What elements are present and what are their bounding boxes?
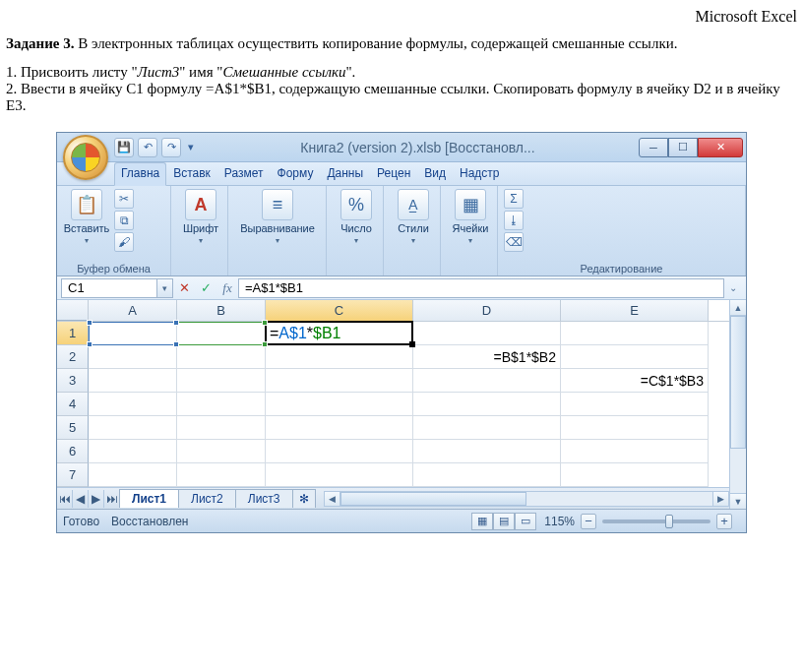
zoom-value[interactable]: 115% <box>544 515 575 528</box>
tab-addins[interactable]: Надстр <box>453 162 507 185</box>
number-button[interactable]: % Число ▾ <box>333 189 380 245</box>
group-font: A Шрифт ▾ <box>171 186 228 275</box>
scroll-left-icon[interactable]: ◀ <box>325 492 340 506</box>
redo-icon[interactable]: ↷ <box>161 138 181 157</box>
tab-layout[interactable]: Размет <box>217 162 271 185</box>
fx-icon[interactable]: fx <box>216 278 238 298</box>
scroll-thumb[interactable] <box>340 492 526 506</box>
cell-c3[interactable] <box>266 369 413 393</box>
vertical-scrollbar[interactable]: ▲ ▼ <box>729 300 746 509</box>
name-box[interactable]: C1 <box>61 278 157 298</box>
tab-home[interactable]: Главна <box>114 162 166 186</box>
scroll-down-icon[interactable]: ▼ <box>730 493 746 509</box>
tab-insert[interactable]: Вставк <box>166 162 217 185</box>
tab-formulas[interactable]: Форму <box>271 162 321 185</box>
zoom-in-button[interactable]: + <box>716 514 732 529</box>
formula-bar-row: C1 ▾ ✕ ✓ fx =A$1*$B1 ⌄ <box>57 276 746 300</box>
cell-e3[interactable]: =C$1*$B3 <box>561 369 709 393</box>
zoom-thumb[interactable] <box>665 515 673 528</box>
column-headers: A B C D E <box>57 300 729 322</box>
office-button[interactable] <box>63 135 108 180</box>
fill-icon[interactable]: ⭳ <box>504 211 524 230</box>
scroll-track[interactable] <box>340 492 712 506</box>
scroll-up-icon[interactable]: ▲ <box>730 300 746 316</box>
cell-c1[interactable]: =A$1*$B1 <box>266 322 413 345</box>
sheet-tab-3[interactable]: Лист3 <box>235 489 293 508</box>
row-header-3[interactable]: 3 <box>57 369 89 393</box>
zoom-slider[interactable] <box>602 519 710 523</box>
cell-e1[interactable] <box>561 322 709 345</box>
vscroll-thumb[interactable] <box>730 316 746 449</box>
undo-icon[interactable]: ↶ <box>138 138 157 157</box>
group-editing: Σ ⭳ ⌫ Редактирование <box>498 186 746 275</box>
formula-input[interactable]: =A$1*$B1 <box>238 278 724 298</box>
view-page-layout-icon[interactable]: ▤ <box>493 513 515 530</box>
row-header-4[interactable]: 4 <box>57 393 89 416</box>
zoom-out-button[interactable]: − <box>581 514 596 529</box>
maximize-button[interactable]: ☐ <box>668 138 698 157</box>
col-header-c[interactable]: C <box>266 300 413 321</box>
enter-formula-icon[interactable]: ✓ <box>195 278 216 298</box>
minimize-button[interactable]: ─ <box>639 138 668 157</box>
autosum-icon[interactable]: Σ <box>504 189 524 209</box>
cell-d3[interactable] <box>413 369 561 393</box>
alignment-button[interactable]: ≡ Выравнивание ▾ <box>234 189 321 245</box>
font-button[interactable]: A Шрифт ▾ <box>177 189 224 245</box>
fill-handle[interactable] <box>409 341 415 347</box>
cell-b3[interactable] <box>177 369 266 393</box>
styles-button[interactable]: A̲ Стили ▾ <box>390 189 437 245</box>
sheet-area: A B C D E <box>57 300 746 509</box>
paste-icon: 📋 <box>71 189 102 220</box>
col-header-b[interactable]: B <box>177 300 266 321</box>
cell-e2[interactable] <box>561 345 709 369</box>
cell-d2[interactable]: =B$1*$B2 <box>413 345 561 369</box>
cell-a3[interactable] <box>89 369 177 393</box>
col-header-a[interactable]: A <box>89 300 177 321</box>
view-page-break-icon[interactable]: ▭ <box>515 513 536 530</box>
formula-expand-icon[interactable]: ⌄ <box>724 282 742 293</box>
tab-nav-next-icon[interactable]: ▶ <box>89 490 104 508</box>
row-header-6[interactable]: 6 <box>57 440 89 463</box>
close-button[interactable]: ✕ <box>698 138 743 157</box>
copy-icon[interactable]: ⧉ <box>114 211 134 230</box>
task-label: Задание 3. <box>6 35 74 51</box>
qat-dropdown-icon[interactable]: ▾ <box>185 138 197 157</box>
cell-a2[interactable] <box>89 345 177 369</box>
save-icon[interactable]: 💾 <box>114 138 134 157</box>
tab-nav-first-icon[interactable]: ⏮ <box>57 490 73 508</box>
namebox-dropdown-icon[interactable]: ▾ <box>157 278 173 298</box>
tab-nav-last-icon[interactable]: ⏭ <box>104 490 120 508</box>
sheet-tab-2[interactable]: Лист2 <box>178 489 236 508</box>
cells-button[interactable]: ▦ Ячейки ▾ <box>447 189 494 245</box>
cut-icon[interactable]: ✂ <box>114 189 134 209</box>
tab-review[interactable]: Рецен <box>370 162 417 185</box>
row-header-7[interactable]: 7 <box>57 463 89 487</box>
row-header-1[interactable]: 1 <box>57 322 89 345</box>
horizontal-scrollbar[interactable]: ◀ ▶ <box>324 491 729 507</box>
scroll-right-icon[interactable]: ▶ <box>712 492 728 506</box>
row-header-5[interactable]: 5 <box>57 416 89 440</box>
col-header-d[interactable]: D <box>413 300 561 321</box>
sheet-tab-1[interactable]: Лист1 <box>119 489 179 508</box>
worksheet[interactable]: A B C D E <box>57 300 729 487</box>
vscroll-track[interactable] <box>730 316 746 493</box>
select-all-corner[interactable] <box>57 300 89 321</box>
clear-icon[interactable]: ⌫ <box>504 232 524 252</box>
view-normal-icon[interactable]: ▦ <box>471 513 493 530</box>
cell-b1[interactable] <box>177 322 266 345</box>
cell-b2[interactable] <box>177 345 266 369</box>
cell-d1[interactable] <box>413 322 561 345</box>
paste-button[interactable]: 📋 Вставить ▾ <box>63 189 110 245</box>
tab-view[interactable]: Вид <box>417 162 453 185</box>
sheet-tab-bar: ⏮ ◀ ▶ ⏭ Лист1 Лист2 Лист3 ✻ ◀ ▶ <box>57 487 729 509</box>
tab-nav-prev-icon[interactable]: ◀ <box>73 490 89 508</box>
align-icon: ≡ <box>262 189 293 220</box>
format-painter-icon[interactable]: 🖌 <box>114 232 134 252</box>
cancel-formula-icon[interactable]: ✕ <box>173 278 195 298</box>
tab-data[interactable]: Данны <box>320 162 370 185</box>
row-header-2[interactable]: 2 <box>57 345 89 369</box>
cell-c2[interactable] <box>266 345 413 369</box>
new-sheet-icon[interactable]: ✻ <box>292 489 316 508</box>
cell-a1[interactable] <box>89 322 177 345</box>
col-header-e[interactable]: E <box>561 300 709 321</box>
